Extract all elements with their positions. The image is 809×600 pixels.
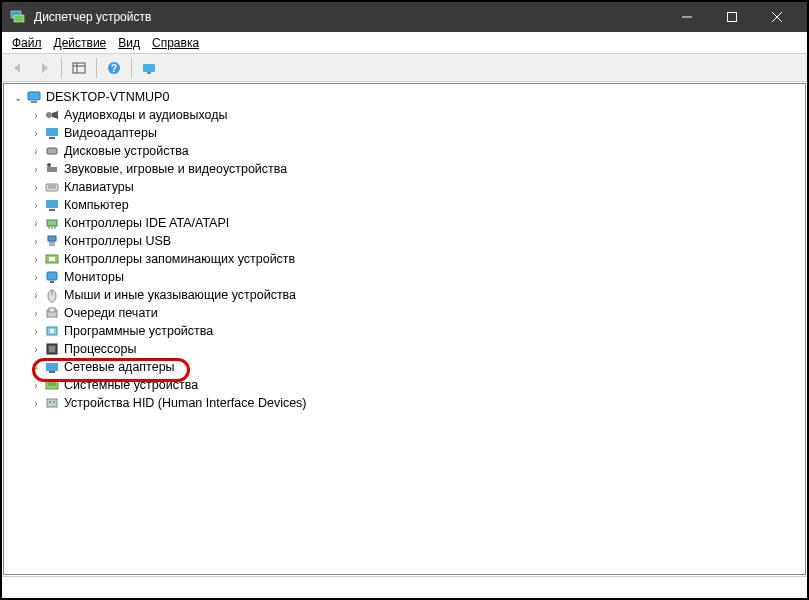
- toolbar: ?: [2, 54, 807, 82]
- tree-root-label: DESKTOP-VTNMUP0: [46, 90, 169, 104]
- svg-rect-12: [147, 72, 151, 74]
- tree-item[interactable]: ›Компьютер: [30, 196, 797, 214]
- tree-item[interactable]: ›Звуковые, игровые и видеоустройства: [30, 160, 797, 178]
- svg-text:?: ?: [111, 63, 117, 74]
- tree-item[interactable]: ›Контроллеры USB: [30, 232, 797, 250]
- expand-icon[interactable]: ›: [30, 127, 42, 139]
- svg-rect-14: [31, 101, 37, 103]
- expand-icon[interactable]: ›: [30, 325, 42, 337]
- category-icon: [44, 323, 60, 339]
- status-bar: [2, 576, 807, 598]
- tree-item[interactable]: ›Клавиатуры: [30, 178, 797, 196]
- category-icon: [44, 161, 60, 177]
- svg-rect-48: [47, 399, 57, 407]
- computer-icon: [26, 89, 42, 105]
- tree-item[interactable]: ›Сетевые адаптеры: [30, 358, 797, 376]
- category-icon: [44, 143, 60, 159]
- menu-action[interactable]: Действие: [48, 34, 113, 52]
- tree-item[interactable]: ›Процессоры: [30, 340, 797, 358]
- expand-icon[interactable]: ›: [30, 235, 42, 247]
- expand-icon[interactable]: ›: [30, 217, 42, 229]
- expand-icon[interactable]: ›: [30, 199, 42, 211]
- svg-rect-49: [49, 401, 51, 403]
- toolbar-separator: [131, 58, 132, 78]
- svg-rect-13: [28, 92, 40, 100]
- maximize-button[interactable]: [709, 2, 754, 32]
- tree-item-label: Видеоадаптеры: [64, 126, 157, 140]
- svg-point-15: [46, 112, 52, 118]
- svg-point-20: [47, 163, 51, 167]
- category-icon: [44, 251, 60, 267]
- expand-icon[interactable]: ›: [30, 307, 42, 319]
- scan-hardware-button[interactable]: [137, 56, 161, 80]
- svg-rect-42: [49, 346, 55, 352]
- tree-item[interactable]: ›Программные устройства: [30, 322, 797, 340]
- tree-item[interactable]: ›Мыши и иные указывающие устройства: [30, 286, 797, 304]
- toolbar-separator: [96, 58, 97, 78]
- expand-icon[interactable]: ›: [30, 253, 42, 265]
- window-title: Диспетчер устройств: [34, 10, 664, 24]
- tree-item-label: Контроллеры запоминающих устройств: [64, 252, 295, 266]
- expand-icon[interactable]: ›: [30, 109, 42, 121]
- minimize-button[interactable]: [664, 2, 709, 32]
- back-button[interactable]: [6, 56, 30, 80]
- expand-icon[interactable]: ›: [30, 343, 42, 355]
- menu-view[interactable]: Вид: [112, 34, 146, 52]
- svg-rect-25: [49, 209, 55, 211]
- close-button[interactable]: [754, 2, 799, 32]
- help-button[interactable]: ?: [102, 56, 126, 80]
- category-icon: [44, 125, 60, 141]
- svg-point-40: [50, 329, 54, 333]
- category-icon: [44, 377, 60, 393]
- category-icon: [44, 215, 60, 231]
- tree-item-label: Контроллеры IDE ATA/ATAPI: [64, 216, 229, 230]
- toolbar-separator: [61, 58, 62, 78]
- device-tree-panel[interactable]: ⌄ DESKTOP-VTNMUP0 ›Аудиовходы и аудиовых…: [3, 83, 806, 575]
- menu-file[interactable]: Файл: [6, 34, 48, 52]
- titlebar: Диспетчер устройств: [2, 2, 807, 32]
- category-icon: [44, 233, 60, 249]
- category-icon: [44, 179, 60, 195]
- tree-item-label: Сетевые адаптеры: [64, 360, 175, 374]
- tree-item-label: Клавиатуры: [64, 180, 134, 194]
- tree-item[interactable]: ›Контроллеры запоминающих устройств: [30, 250, 797, 268]
- tree-item[interactable]: ›Дисковые устройства: [30, 142, 797, 160]
- expand-icon[interactable]: ›: [30, 271, 42, 283]
- expand-icon[interactable]: ›: [30, 145, 42, 157]
- expand-icon[interactable]: ›: [30, 289, 42, 301]
- tree-item[interactable]: ›Видеоадаптеры: [30, 124, 797, 142]
- svg-rect-3: [727, 13, 736, 22]
- tree-item-label: Мониторы: [64, 270, 124, 284]
- expand-icon[interactable]: ›: [30, 397, 42, 409]
- svg-rect-50: [53, 401, 55, 403]
- expand-icon[interactable]: ›: [30, 181, 42, 193]
- tree-item-label: Мыши и иные указывающие устройства: [64, 288, 296, 302]
- tree-item-label: Устройства HID (Human Interface Devices): [64, 396, 307, 410]
- expand-icon[interactable]: ›: [30, 361, 42, 373]
- svg-rect-24: [46, 200, 58, 208]
- tree-item[interactable]: ›Контроллеры IDE ATA/ATAPI: [30, 214, 797, 232]
- tree-item[interactable]: ›Устройства HID (Human Interface Devices…: [30, 394, 797, 412]
- category-icon: [44, 269, 60, 285]
- tree-item-label: Контроллеры USB: [64, 234, 171, 248]
- tree-root[interactable]: ⌄ DESKTOP-VTNMUP0: [12, 88, 797, 106]
- svg-rect-33: [47, 272, 57, 280]
- forward-button[interactable]: [32, 56, 56, 80]
- expand-icon[interactable]: ›: [30, 379, 42, 391]
- category-icon: [44, 359, 60, 375]
- show-hidden-button[interactable]: [67, 56, 91, 80]
- svg-rect-11: [143, 64, 155, 72]
- tree-item[interactable]: ›Системные устройства: [30, 376, 797, 394]
- tree-item[interactable]: ›Аудиовходы и аудиовыходы: [30, 106, 797, 124]
- tree-item[interactable]: ›Очереди печати: [30, 304, 797, 322]
- tree-item[interactable]: ›Мониторы: [30, 268, 797, 286]
- tree-item-label: Компьютер: [64, 198, 129, 212]
- category-icon: [44, 287, 60, 303]
- collapse-icon[interactable]: ⌄: [12, 91, 24, 103]
- svg-rect-34: [50, 281, 54, 283]
- svg-rect-30: [48, 236, 56, 241]
- menu-help[interactable]: Справка: [146, 34, 205, 52]
- expand-icon[interactable]: ›: [30, 163, 42, 175]
- category-icon: [44, 305, 60, 321]
- tree-item-label: Звуковые, игровые и видеоустройства: [64, 162, 287, 176]
